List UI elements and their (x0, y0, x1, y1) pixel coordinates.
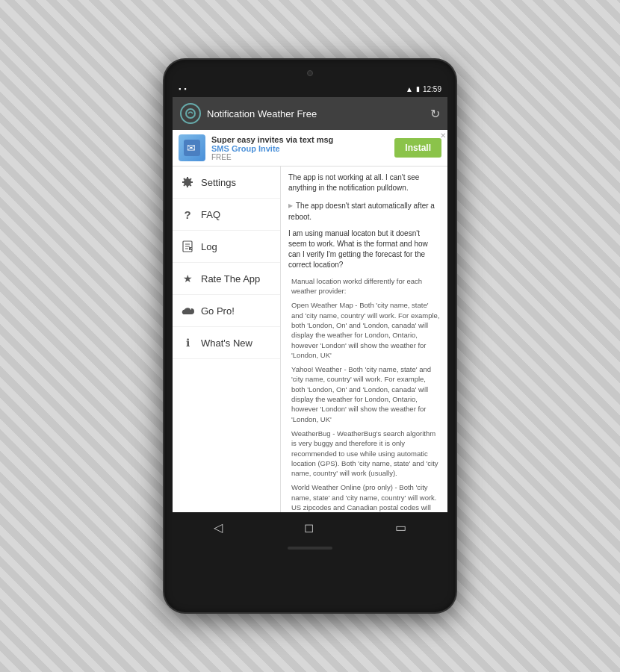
sidebar-item-rate[interactable]: ★ Rate The App (173, 263, 280, 295)
ad-text-area: Super easy invites via text msg SMS Grou… (211, 135, 394, 161)
ad-title: Super easy invites via text msg (211, 135, 394, 144)
main-content: Settings ? FAQ (173, 167, 447, 512)
cloud-icon (180, 303, 195, 318)
sidebar-item-gopro[interactable]: Go Pro! (173, 295, 280, 327)
content-sub-5: World Weather Online (pro only) - Both '… (288, 482, 440, 512)
faq-label: FAQ (201, 209, 220, 220)
content-sub-1: Manual location workd differently for ea… (288, 276, 440, 296)
sidebar-item-log[interactable]: Log (173, 231, 280, 263)
notification-icon-1: ▪ (179, 85, 181, 93)
home-button[interactable]: ◻ (304, 520, 314, 535)
svg-point-0 (186, 109, 195, 118)
whatsnew-label: What's New (201, 337, 252, 349)
sidebar-item-settings[interactable]: Settings (173, 167, 280, 199)
svg-text:✉: ✉ (187, 142, 196, 154)
status-right-area: ▲ ▮ 12:59 (406, 85, 441, 93)
app-logo (180, 103, 201, 124)
recent-apps-button[interactable]: ▭ (395, 520, 406, 535)
star-icon: ★ (180, 271, 195, 286)
settings-label: Settings (201, 177, 236, 188)
ad-install-button[interactable]: Install (394, 138, 441, 158)
rate-label: Rate The App (201, 273, 260, 284)
time-display: 12:59 (423, 85, 441, 93)
info-icon: ℹ (180, 335, 195, 350)
content-para-2: ▸The app doesn't start automatically aft… (288, 199, 440, 223)
ad-subtitle: SMS Group Invite (211, 144, 394, 153)
wifi-icon: ▲ (406, 85, 413, 93)
ad-app-icon: ✉ (179, 134, 205, 161)
refresh-button[interactable]: ↻ (430, 107, 440, 121)
content-pane[interactable]: The app is not working at all. I can't s… (281, 167, 447, 512)
content-para-3: I am using manual locaton but it doesn't… (288, 228, 440, 270)
notification-icon-2: ▪ (184, 85, 186, 93)
tablet-device: ▪ ▪ ▲ ▮ 12:59 Notification Weather Fr (164, 60, 456, 612)
tablet-home-bar (288, 547, 332, 550)
sidebar: Settings ? FAQ (173, 167, 281, 512)
faq-icon: ? (180, 207, 195, 222)
sidebar-item-whatsnew[interactable]: ℹ What's New (173, 327, 280, 359)
back-button[interactable]: ◁ (214, 520, 223, 535)
ad-free-label: FREE (211, 153, 394, 161)
app-title: Notification Weather Free (207, 108, 430, 119)
log-label: Log (201, 241, 217, 252)
ad-close-icon[interactable]: ✕ (440, 131, 446, 140)
status-bar: ▪ ▪ ▲ ▮ 12:59 (173, 81, 447, 97)
page-background: ▪ ▪ ▲ ▮ 12:59 Notification Weather Fr (0, 0, 620, 672)
camera-dot (307, 70, 313, 76)
content-para-1: The app is not working at all. I can't s… (288, 172, 440, 193)
content-sub-4: WeatherBug - WeatherBug's search algorit… (288, 429, 440, 478)
content-sub-2: Open Weather Map - Both 'city name, stat… (288, 300, 440, 360)
settings-icon (180, 175, 195, 190)
ad-banner: ✉ Super easy invites via text msg SMS Gr… (173, 130, 447, 167)
battery-icon: ▮ (416, 85, 420, 93)
tablet-screen: ▪ ▪ ▲ ▮ 12:59 Notification Weather Fr (173, 81, 447, 542)
content-sub-3: Yahoo! Weather - Both 'city name, state'… (288, 364, 440, 424)
nav-bar: ◁ ◻ ▭ (173, 512, 447, 542)
status-left-icons: ▪ ▪ (179, 85, 186, 93)
sidebar-item-faq[interactable]: ? FAQ (173, 199, 280, 231)
app-bar: Notification Weather Free ↻ (173, 97, 447, 130)
arrow-icon: ▸ (288, 200, 293, 211)
log-icon (180, 239, 195, 254)
gopro-label: Go Pro! (201, 305, 235, 317)
